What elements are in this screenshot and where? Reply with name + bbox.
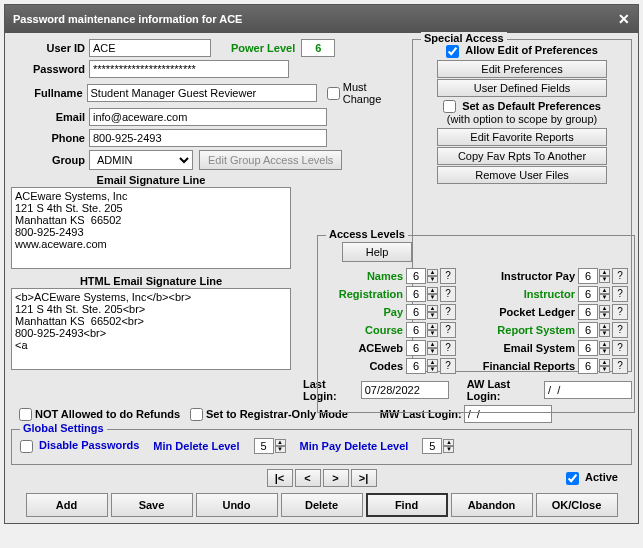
allow-edit-prefs-checkbox[interactable] xyxy=(446,45,459,58)
must-change-checkbox[interactable] xyxy=(327,87,340,100)
spin-up-icon[interactable]: ▲ xyxy=(427,269,438,276)
edit-group-access-button[interactable]: Edit Group Access Levels xyxy=(199,150,342,170)
user-defined-fields-button[interactable]: User Defined Fields xyxy=(437,79,607,97)
set-default-prefs-checkbox[interactable] xyxy=(443,100,456,113)
help-icon[interactable]: ? xyxy=(440,304,456,320)
spin-down-icon[interactable]: ▼ xyxy=(599,312,610,319)
spin-down-icon[interactable]: ▼ xyxy=(599,294,610,301)
spin-up-icon[interactable]: ▲ xyxy=(427,341,438,348)
nav-next-button[interactable]: > xyxy=(323,469,349,487)
access-level-input[interactable] xyxy=(578,286,598,302)
nav-last-button[interactable]: >| xyxy=(351,469,377,487)
fullname-input[interactable] xyxy=(87,84,317,102)
spin-up-icon[interactable]: ▲ xyxy=(427,323,438,330)
access-level-input[interactable] xyxy=(578,268,598,284)
min-pay-delete-level-input[interactable] xyxy=(422,438,442,454)
nav-prev-button[interactable]: < xyxy=(295,469,321,487)
help-icon[interactable]: ? xyxy=(612,304,628,320)
close-icon[interactable]: ✕ xyxy=(618,11,630,27)
add-button[interactable]: Add xyxy=(26,493,108,517)
password-maintenance-window: Password maintenance information for ACE… xyxy=(4,4,639,524)
spin-down-icon[interactable]: ▼ xyxy=(427,348,438,355)
password-input[interactable] xyxy=(89,60,289,78)
help-icon[interactable]: ? xyxy=(612,322,628,338)
find-button[interactable]: Find xyxy=(366,493,448,517)
global-settings-group: Global Settings Disable Passwords Min De… xyxy=(11,429,632,465)
registrar-only-checkbox[interactable] xyxy=(190,408,203,421)
spin-up-icon[interactable]: ▲ xyxy=(599,305,610,312)
help-icon[interactable]: ? xyxy=(612,286,628,302)
must-change-label: Must Change xyxy=(343,81,406,105)
spin-up-icon[interactable]: ▲ xyxy=(599,359,610,366)
access-level-input[interactable] xyxy=(578,322,598,338)
delete-button[interactable]: Delete xyxy=(281,493,363,517)
spin-up-icon[interactable]: ▲ xyxy=(443,439,454,446)
access-level-label: Registration xyxy=(324,288,406,300)
access-levels-legend: Access Levels xyxy=(326,228,408,240)
active-checkbox[interactable] xyxy=(566,472,579,485)
group-select[interactable]: ADMIN xyxy=(89,150,193,170)
undo-button[interactable]: Undo xyxy=(196,493,278,517)
spin-up-icon[interactable]: ▲ xyxy=(599,269,610,276)
spin-down-icon[interactable]: ▼ xyxy=(427,366,438,373)
min-delete-level-input[interactable] xyxy=(254,438,274,454)
spin-down-icon[interactable]: ▼ xyxy=(427,276,438,283)
spin-down-icon[interactable]: ▼ xyxy=(599,348,610,355)
access-level-input[interactable] xyxy=(406,358,426,374)
spin-down-icon[interactable]: ▼ xyxy=(599,330,610,337)
access-level-input[interactable] xyxy=(406,268,426,284)
access-level-label: Financial Reports xyxy=(472,360,578,372)
spin-up-icon[interactable]: ▲ xyxy=(427,287,438,294)
nav-first-button[interactable]: |< xyxy=(267,469,293,487)
access-level-input[interactable] xyxy=(406,286,426,302)
spin-up-icon[interactable]: ▲ xyxy=(599,341,610,348)
help-icon[interactable]: ? xyxy=(440,286,456,302)
email-input[interactable] xyxy=(89,108,327,126)
help-icon[interactable]: ? xyxy=(440,268,456,284)
access-level-input[interactable] xyxy=(406,340,426,356)
access-level-input[interactable] xyxy=(578,340,598,356)
access-level-label: Instructor xyxy=(472,288,578,300)
ok-close-button[interactable]: OK/Close xyxy=(536,493,618,517)
spin-down-icon[interactable]: ▼ xyxy=(599,366,610,373)
help-icon[interactable]: ? xyxy=(612,358,628,374)
spin-up-icon[interactable]: ▲ xyxy=(599,323,610,330)
spin-down-icon[interactable]: ▼ xyxy=(427,312,438,319)
help-button[interactable]: Help xyxy=(342,242,412,262)
edit-favorite-reports-button[interactable]: Edit Favorite Reports xyxy=(437,128,607,146)
spin-up-icon[interactable]: ▲ xyxy=(427,359,438,366)
access-level-label: Pay xyxy=(324,306,406,318)
scope-note: (with option to scope by group) xyxy=(419,113,625,125)
spin-down-icon[interactable]: ▼ xyxy=(427,294,438,301)
phone-input[interactable] xyxy=(89,129,327,147)
access-level-input[interactable] xyxy=(578,358,598,374)
access-level-input[interactable] xyxy=(406,322,426,338)
help-icon[interactable]: ? xyxy=(440,358,456,374)
help-icon[interactable]: ? xyxy=(612,340,628,356)
spin-down-icon[interactable]: ▼ xyxy=(599,276,610,283)
access-level-input[interactable] xyxy=(406,304,426,320)
power-level-input[interactable] xyxy=(301,39,335,57)
remove-user-files-button[interactable]: Remove User Files xyxy=(437,166,607,184)
help-icon[interactable]: ? xyxy=(612,268,628,284)
help-icon[interactable]: ? xyxy=(440,340,456,356)
spin-up-icon[interactable]: ▲ xyxy=(275,439,286,446)
titlebar: Password maintenance information for ACE… xyxy=(5,5,638,33)
html-sig-textarea[interactable]: <b>ACEware Systems, Inc</b><br> 121 S 4t… xyxy=(11,288,291,370)
spin-down-icon[interactable]: ▼ xyxy=(275,446,286,453)
spin-up-icon[interactable]: ▲ xyxy=(599,287,610,294)
email-sig-textarea[interactable]: ACEware Systems, Inc 121 S 4th St. Ste. … xyxy=(11,187,291,269)
copy-fav-reports-button[interactable]: Copy Fav Rpts To Another xyxy=(437,147,607,165)
save-button[interactable]: Save xyxy=(111,493,193,517)
spin-down-icon[interactable]: ▼ xyxy=(443,446,454,453)
no-refunds-checkbox[interactable] xyxy=(19,408,32,421)
edit-preferences-button[interactable]: Edit Preferences xyxy=(437,60,607,78)
help-icon[interactable]: ? xyxy=(440,322,456,338)
access-level-input[interactable] xyxy=(578,304,598,320)
spin-up-icon[interactable]: ▲ xyxy=(427,305,438,312)
disable-passwords-checkbox[interactable] xyxy=(20,440,33,453)
abandon-button[interactable]: Abandon xyxy=(451,493,533,517)
user-id-label: User ID xyxy=(11,42,89,54)
spin-down-icon[interactable]: ▼ xyxy=(427,330,438,337)
user-id-input[interactable] xyxy=(89,39,211,57)
